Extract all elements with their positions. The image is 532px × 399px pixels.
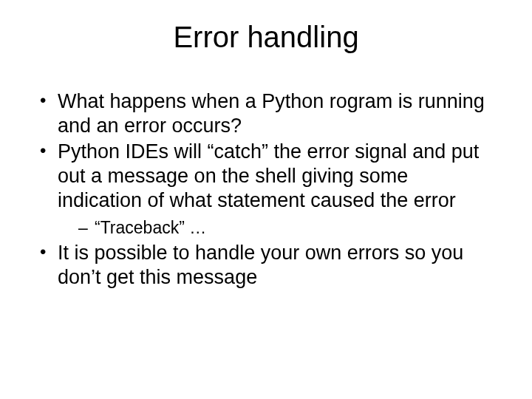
- slide: Error handling What happens when a Pytho…: [0, 0, 532, 399]
- slide-title: Error handling: [37, 21, 495, 54]
- bullet-list: What happens when a Python rogram is run…: [37, 89, 495, 289]
- sub-bullet-text: “Traceback” …: [95, 218, 206, 237]
- list-item: What happens when a Python rogram is run…: [37, 89, 495, 138]
- bullet-text: It is possible to handle your own errors…: [58, 242, 463, 288]
- bullet-text: What happens when a Python rogram is run…: [58, 90, 485, 137]
- sub-list-item: “Traceback” …: [78, 217, 495, 239]
- sub-bullet-list: “Traceback” …: [58, 217, 495, 239]
- bullet-text: Python IDEs will “catch” the error signa…: [58, 140, 479, 211]
- list-item: It is possible to handle your own errors…: [37, 241, 495, 290]
- list-item: Python IDEs will “catch” the error signa…: [37, 140, 495, 239]
